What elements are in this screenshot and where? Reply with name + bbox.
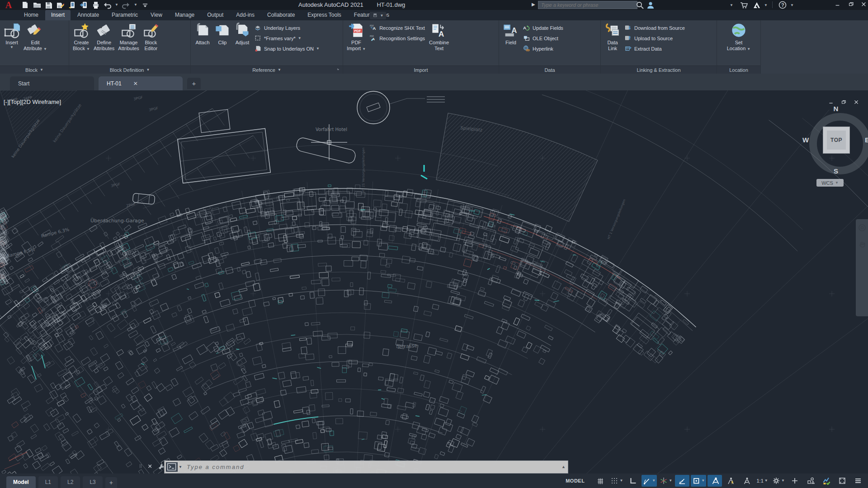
restore-button[interactable] <box>848 2 855 8</box>
model-space-toggle[interactable]: MODEL <box>561 475 589 487</box>
block-editor-button[interactable]: Block Editor <box>142 22 160 52</box>
help-caret-icon[interactable]: ▼ <box>790 4 794 7</box>
viewcube-top-face[interactable]: TOP <box>823 127 850 154</box>
autocad-app-logo-icon[interactable]: A <box>2 0 15 10</box>
extract-data-button[interactable]: Extract Data <box>623 43 687 54</box>
view-cube[interactable]: N S W E TOP <box>800 104 868 183</box>
ole-object-button[interactable]: OLE Object <box>521 33 565 43</box>
layout-tab-l2[interactable]: L2 <box>61 476 80 488</box>
adjust-button[interactable]: Adjust <box>233 22 252 46</box>
isolate-objects-toggle[interactable] <box>803 475 818 487</box>
clean-screen-toggle[interactable] <box>835 475 849 487</box>
customization-toggle[interactable] <box>851 475 865 487</box>
command-input-placeholder[interactable]: Type a command <box>182 464 244 470</box>
file-tab-ht-01[interactable]: HT-01✕ <box>99 76 183 90</box>
clip-button[interactable]: Clip <box>213 22 232 46</box>
object-snap-tracking-toggle[interactable] <box>675 475 689 487</box>
ribbon-tab-collaborate[interactable]: Collaborate <box>261 10 301 20</box>
viewcube-north[interactable]: N <box>831 105 840 113</box>
download-from-source-button[interactable]: Download from Source <box>623 23 687 33</box>
combine-text-button[interactable]: A Combine Text <box>428 22 450 52</box>
qat-customize-button[interactable] <box>141 1 149 9</box>
save-web-mobile-button[interactable] <box>80 1 88 9</box>
search-icon[interactable] <box>636 1 644 9</box>
annotation-scale-value-toggle[interactable]: 1:1▼ <box>755 475 769 487</box>
viewcube-south[interactable]: S <box>831 167 840 175</box>
insert-block-button[interactable]: Insert ▼ <box>2 22 21 50</box>
command-close-icon[interactable] <box>148 464 154 469</box>
layout-tab-l3[interactable]: L3 <box>83 476 102 488</box>
panel-label-linking-extraction[interactable]: Linking & Extraction <box>601 66 717 74</box>
attach-button[interactable]: Attach <box>193 22 212 46</box>
undo-button[interactable] <box>103 1 111 9</box>
help-icon[interactable]: ? <box>778 1 787 9</box>
panel-label-location[interactable]: Location <box>717 66 760 74</box>
polar-tracking-toggle[interactable]: ▼ <box>642 475 657 487</box>
panel-label-import[interactable]: Import <box>343 66 499 74</box>
edit-attribute-button[interactable]: Edit Attribute ▼ <box>22 22 48 52</box>
redo-caret-icon[interactable]: ▼ <box>134 3 137 7</box>
recent-commands-caret-icon[interactable]: ▼ <box>179 465 182 469</box>
new-layout-button[interactable]: + <box>105 477 117 488</box>
graphics-performance-toggle[interactable] <box>819 475 834 487</box>
annotation-scale-flag-toggle[interactable] <box>739 475 754 487</box>
autodesk-account-icon[interactable] <box>752 1 760 9</box>
app-store-cart-icon[interactable] <box>740 1 748 9</box>
update-fields-button[interactable]: A Update Fields <box>521 23 565 33</box>
upload-to-source-button[interactable]: Upload to Source <box>623 33 687 43</box>
object-snap-caret-icon[interactable]: ▼ <box>701 479 705 483</box>
panel-label-block-definition[interactable]: Block Definition▼ <box>69 66 190 74</box>
snap-mode-toggle[interactable]: ▼ <box>609 475 624 487</box>
close-button[interactable] <box>861 2 868 8</box>
dialog-launcher-icon[interactable] <box>337 68 341 72</box>
redo-button[interactable] <box>122 1 130 9</box>
ribbon-tab-insert[interactable]: Insert <box>45 10 71 20</box>
layout-tab-l1[interactable]: L1 <box>38 476 58 488</box>
recognition-settings-button[interactable]: PDFA Recognition Settings <box>368 33 427 43</box>
new-file-button[interactable] <box>21 1 29 9</box>
panel-label-block[interactable]: Block▼ <box>0 66 69 74</box>
annotation-scale-value-caret-icon[interactable]: ▼ <box>764 479 768 483</box>
pan-hand-icon[interactable] <box>858 240 866 248</box>
ribbon-tab-output[interactable]: Output <box>201 10 229 20</box>
file-tab-start[interactable]: Start <box>10 76 94 90</box>
ribbon-collapse-button[interactable]: ▼ <box>370 12 386 19</box>
viewcube-east[interactable]: E <box>863 136 868 144</box>
snap-to-underlays-dropdown[interactable]: Snap to Underlays ON▼ <box>253 43 321 54</box>
manage-attributes-button[interactable]: Manage Attributes <box>117 22 140 52</box>
workspace-switching-caret-icon[interactable]: ▼ <box>781 479 785 483</box>
pdf-import-button[interactable]: PDF PDF Import ▼ <box>345 22 367 52</box>
ribbon-tab-home[interactable]: Home <box>18 10 44 20</box>
command-customize-wrench-icon[interactable] <box>158 463 165 470</box>
sign-in-user-icon[interactable] <box>646 1 655 9</box>
recognize-shx-text-button[interactable]: PDFA Recognize SHX Text <box>368 23 427 33</box>
undo-caret-icon[interactable]: ▼ <box>115 3 118 7</box>
ribbon-tab-annotate[interactable]: Annotate <box>71 10 105 20</box>
command-history-up-icon[interactable]: ▲ <box>561 465 566 469</box>
signin-caret-icon[interactable]: ▼ <box>730 4 733 7</box>
ribbon-tab-add-ins[interactable]: Add-ins <box>230 10 260 20</box>
ortho-mode-toggle[interactable] <box>626 475 640 487</box>
grid-display-toggle[interactable] <box>593 475 608 487</box>
save-as-button[interactable] <box>56 1 64 9</box>
file-tab-close-icon[interactable]: ✕ <box>133 80 138 87</box>
ribbon-tab-manage[interactable]: Manage <box>169 10 200 20</box>
underlay-layers-button[interactable]: Underlay Layers <box>253 23 321 33</box>
plot-button[interactable] <box>91 1 99 9</box>
ribbon-tab-view[interactable]: View <box>145 10 168 20</box>
snap-mode-caret-icon[interactable]: ▼ <box>619 479 623 483</box>
set-location-button[interactable]: Set Location ▼ <box>726 22 752 52</box>
object-snap-toggle[interactable]: ▼ <box>691 475 706 487</box>
viewport-controls[interactable]: [-][Top][2D Wireframe] <box>4 99 61 105</box>
panel-label-data[interactable]: Data <box>499 66 600 74</box>
command-line[interactable]: ▼ Type a command ▲ <box>164 460 568 474</box>
auto-annotation-scale-toggle[interactable] <box>723 475 738 487</box>
command-grips-icon[interactable] <box>139 463 144 470</box>
wcs-dropdown[interactable]: WCS▼ <box>816 179 844 187</box>
drawing-area[interactable]: 2SPP26PP3PGF3PGF3PGF2PGFkeine Dauerparkp… <box>0 90 868 474</box>
navigation-bar[interactable] <box>856 219 868 316</box>
minimize-button[interactable] <box>835 2 842 8</box>
open-file-button[interactable] <box>33 1 41 9</box>
ribbon-tab-express-tools[interactable]: Express Tools <box>302 10 347 20</box>
layout-tab-model[interactable]: Model <box>6 476 36 488</box>
